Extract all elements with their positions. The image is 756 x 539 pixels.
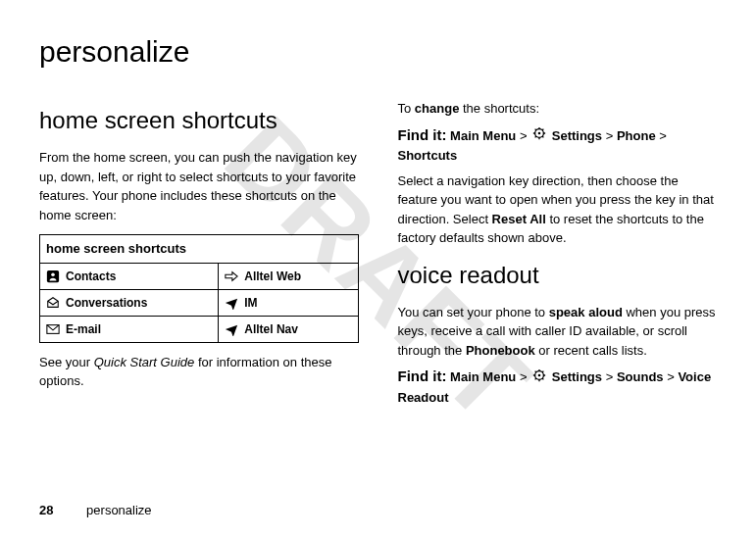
left-column: home screen shortcuts From the home scre…	[39, 93, 359, 413]
svg-point-6	[538, 374, 541, 377]
cell-label: E-mail	[66, 320, 101, 338]
section-voice-readout: voice readout	[398, 258, 718, 293]
find-it-shortcuts: Find it: Main Menu > Settings > Phone > …	[398, 124, 718, 166]
shortcut-instructions: Select a navigation key direction, then …	[398, 172, 718, 248]
svg-point-4	[538, 132, 541, 135]
table-row: Contacts Alltel Web	[40, 263, 359, 289]
table-row: Conversations IM	[40, 289, 359, 316]
plane-icon	[225, 322, 238, 336]
cell-label: Alltel Nav	[244, 320, 298, 338]
cell-label: Alltel Web	[244, 268, 301, 285]
table-row: E-mail Alltel Nav	[40, 316, 359, 342]
voice-readout-paragraph: You can set your phone to speak aloud wh…	[398, 303, 718, 361]
svg-point-1	[51, 272, 55, 276]
cell-label: Conversations	[66, 294, 147, 312]
right-column: To change the shortcuts: Find it: Main M…	[398, 93, 718, 413]
footer: 28 personalize	[39, 501, 152, 520]
cell-label: IM	[244, 294, 257, 312]
footer-section: personalize	[86, 503, 152, 517]
page-title: personalize	[39, 29, 717, 74]
gear-icon	[532, 368, 546, 388]
contacts-icon	[46, 270, 60, 283]
table-header: home screen shortcuts	[40, 235, 359, 264]
envelope-icon	[46, 322, 60, 336]
intro-paragraph: From the home screen, you can push the n…	[39, 148, 359, 224]
find-it-voice-readout: Find it: Main Menu > Settings > Sounds >…	[398, 366, 718, 407]
arrow-right-icon	[225, 270, 238, 283]
change-intro: To change the shortcuts:	[398, 99, 718, 119]
gear-icon	[532, 126, 546, 146]
post-table-paragraph: See your Quick Start Guide for informati…	[39, 353, 359, 391]
cell-label: Contacts	[66, 268, 116, 285]
section-home-screen-shortcuts: home screen shortcuts	[39, 103, 359, 138]
page-number: 28	[39, 503, 53, 517]
envelope-open-icon	[46, 296, 60, 310]
plane-icon	[225, 296, 238, 310]
shortcuts-table: home screen shortcuts Contacts Alltel We…	[39, 234, 359, 343]
